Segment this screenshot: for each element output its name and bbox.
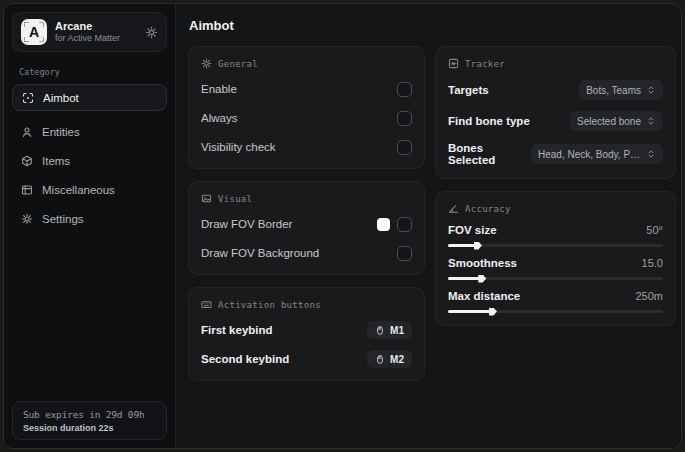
fov-background-checkbox[interactable] (397, 246, 412, 261)
max-distance-setting: Max distance 250m (448, 290, 663, 313)
keybind-value: M1 (390, 325, 404, 336)
setting-label: Targets (448, 84, 489, 96)
slider-thumb[interactable] (474, 242, 482, 250)
setting-row: Always (201, 109, 412, 127)
arcane-window: A Arcane for Active Matter Category Aimb… (3, 3, 682, 449)
app-header: A Arcane for Active Matter (12, 12, 167, 52)
unfold-icon (646, 116, 656, 126)
smoothness-slider[interactable] (448, 277, 663, 280)
tracker-card-header: Tracker (448, 58, 663, 69)
sidebar-item-items[interactable]: Items (12, 147, 167, 174)
smoothness-setting: Smoothness 15.0 (448, 257, 663, 280)
cube-icon (21, 155, 33, 167)
setting-row: Find bone type Selected bone (448, 111, 663, 131)
slider-thumb[interactable] (489, 308, 497, 316)
setting-label: First keybind (201, 324, 273, 336)
angle-icon (448, 203, 459, 214)
keyboard-icon (201, 299, 212, 310)
session-duration-text: Session duration 22s (23, 423, 156, 433)
mouse-icon (375, 354, 385, 365)
app-logo-letter: A (29, 24, 39, 40)
left-column: General Enable Always Visibility check (188, 46, 425, 381)
max-distance-slider[interactable] (448, 310, 663, 313)
subscription-info: Sub expires in 29d 09h Session duration … (12, 401, 167, 440)
unfold-icon (646, 149, 656, 159)
card-header-label: Visual (218, 194, 252, 204)
tracker-icon (448, 58, 459, 69)
app-logo: A (21, 19, 47, 45)
activation-card: Activation buttons First keybind M1 (188, 287, 425, 381)
general-card: General Enable Always Visibility check (188, 46, 425, 169)
fov-size-setting: FOV size 50° (448, 224, 663, 247)
first-keybind-button[interactable]: M1 (367, 321, 412, 339)
select-value: Bots, Teams (586, 85, 641, 96)
setting-label: FOV size (448, 224, 497, 236)
slider-value: 50° (646, 224, 663, 236)
setting-label: Bones Selected (448, 142, 531, 166)
gear-icon (21, 213, 33, 225)
setting-label: Visibility check (201, 141, 276, 153)
sidebar-item-label: Miscellaneous (42, 184, 115, 196)
setting-row: Draw FOV Background (201, 244, 412, 262)
accuracy-card: Accuracy FOV size 50° (435, 191, 676, 326)
sidebar-nav: Aimbot Entities Items (12, 84, 167, 232)
card-header-label: Tracker (465, 59, 505, 69)
unfold-icon (646, 85, 656, 95)
setting-row: Bones Selected Head, Neck, Body, Pe... (448, 142, 663, 166)
fov-border-color-swatch[interactable] (377, 218, 390, 231)
setting-label: Draw FOV Border (201, 218, 292, 230)
sidebar-item-label: Entities (42, 126, 80, 138)
select-value: Selected bone (577, 116, 641, 127)
main-content: Aimbot General Enable (176, 4, 681, 448)
fov-border-checkbox[interactable] (397, 217, 412, 232)
app-name: Arcane (55, 20, 137, 34)
person-icon (21, 126, 33, 138)
gear-icon (201, 58, 212, 69)
select-value: Head, Neck, Body, Pe... (538, 149, 641, 160)
setting-label: Always (201, 112, 237, 124)
sub-expires-text: Sub expires in 29d 09h (23, 409, 156, 420)
setting-row: First keybind M1 (201, 321, 412, 339)
mouse-icon (375, 325, 385, 336)
second-keybind-button[interactable]: M2 (367, 350, 412, 368)
targets-select[interactable]: Bots, Teams (579, 80, 663, 100)
sidebar-item-settings[interactable]: Settings (12, 205, 167, 232)
setting-label: Draw FOV Background (201, 247, 319, 259)
card-header-label: Accuracy (465, 204, 511, 214)
sidebar-item-miscellaneous[interactable]: Miscellaneous (12, 176, 167, 203)
app-subtitle: for Active Matter (55, 33, 137, 44)
tracker-card: Tracker Targets Bots, Teams (435, 46, 676, 179)
setting-row: Second keybind M2 (201, 350, 412, 368)
fov-size-slider[interactable] (448, 244, 663, 247)
setting-label: Second keybind (201, 353, 289, 365)
sidebar-item-aimbot[interactable]: Aimbot (12, 84, 167, 111)
settings-gear-icon[interactable] (145, 26, 158, 39)
setting-label: Find bone type (448, 115, 530, 127)
keybind-value: M2 (390, 354, 404, 365)
setting-row: Visibility check (201, 138, 412, 156)
visibility-check-checkbox[interactable] (397, 140, 412, 155)
enable-checkbox[interactable] (397, 82, 412, 97)
general-card-header: General (201, 58, 412, 69)
find-bone-type-select[interactable]: Selected bone (570, 111, 663, 131)
slider-thumb[interactable] (478, 275, 486, 283)
accuracy-card-header: Accuracy (448, 203, 663, 214)
crosshair-icon (22, 92, 34, 104)
sidebar-item-entities[interactable]: Entities (12, 118, 167, 145)
setting-label: Smoothness (448, 257, 517, 269)
visual-card: Visual Draw FOV Border Draw FOV Backgrou… (188, 181, 425, 275)
sidebar-item-label: Items (42, 155, 70, 167)
right-column: Tracker Targets Bots, Teams (435, 46, 676, 381)
app-meta: Arcane for Active Matter (55, 20, 137, 45)
activation-card-header: Activation buttons (201, 299, 412, 310)
card-header-label: General (218, 59, 258, 69)
setting-row: Draw FOV Border (201, 215, 412, 233)
sidebar: A Arcane for Active Matter Category Aimb… (4, 4, 176, 448)
bones-selected-select[interactable]: Head, Neck, Body, Pe... (531, 144, 663, 164)
image-icon (201, 193, 212, 204)
sidebar-item-label: Settings (42, 213, 84, 225)
visual-card-header: Visual (201, 193, 412, 204)
always-checkbox[interactable] (397, 111, 412, 126)
window-icon (21, 184, 33, 196)
setting-label: Max distance (448, 290, 520, 302)
